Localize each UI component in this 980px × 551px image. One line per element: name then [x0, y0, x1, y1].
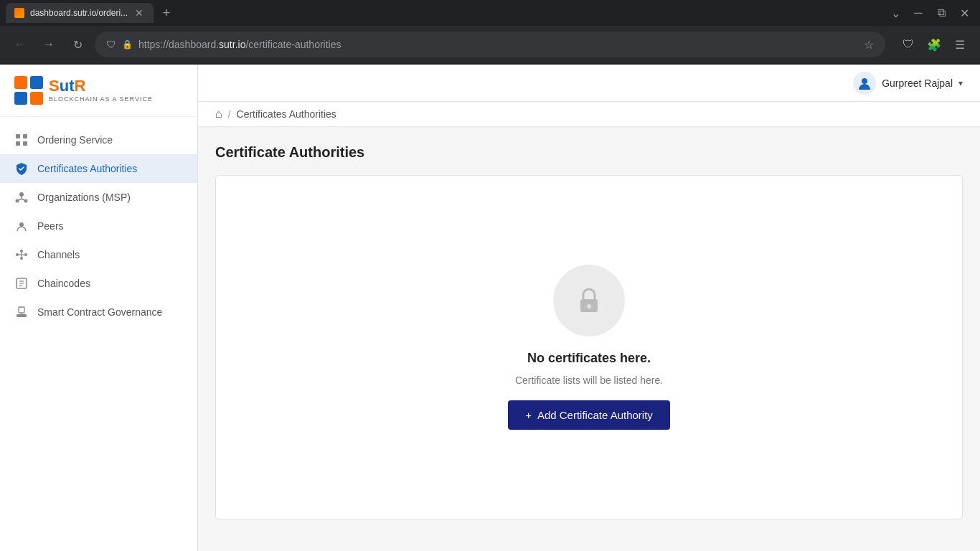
peers-icon [14, 219, 29, 233]
tab-favicon [14, 8, 24, 18]
firefox-shield-icon[interactable]: 🛡 [897, 33, 920, 56]
svg-point-16 [20, 250, 23, 253]
tab-title: dashboard.sutr.io/orderi... [30, 8, 128, 18]
sidebar-item-channels-label: Channels [37, 249, 80, 260]
page-title: Certificate Authorities [215, 144, 963, 161]
svg-point-18 [20, 257, 23, 260]
sidebar-item-chaincodes[interactable]: Chaincodes [0, 269, 197, 298]
svg-rect-3 [30, 92, 43, 105]
plus-icon: + [525, 409, 532, 421]
add-certificate-authority-button[interactable]: + Add Certificate Authority [508, 400, 670, 430]
add-button-label: Add Certificate Authority [537, 409, 653, 421]
svg-rect-0 [14, 76, 27, 89]
breadcrumb: ⌂ / Certificates Authorities [198, 102, 980, 127]
sidebar-item-organizations[interactable]: Organizations (MSP) [0, 183, 197, 212]
main-content: Gurpreet Rajpal ▾ ⌂ / Certificates Autho… [198, 65, 980, 551]
sidebar-item-chaincodes-label: Chaincodes [37, 278, 90, 289]
sutr-logo-icon [14, 76, 43, 105]
governance-icon [14, 305, 29, 319]
empty-icon-circle [553, 265, 625, 336]
logo-text: SutR BLOCKCHAIN AS A SERVICE [49, 78, 153, 103]
breadcrumb-current-page: Certificates Authorities [237, 108, 336, 120]
top-bar: Gurpreet Rajpal ▾ [198, 65, 980, 102]
empty-state-subtitle: Certificate lists will be listed here. [515, 375, 663, 386]
logo-subtitle: BLOCKCHAIN AS A SERVICE [49, 95, 153, 103]
back-button[interactable]: ← [9, 33, 32, 56]
page-content: Certificate Authorities No certificates … [198, 127, 980, 551]
svg-rect-2 [14, 92, 27, 105]
extensions-icon[interactable]: 🧩 [923, 33, 946, 56]
new-tab-button[interactable]: + [156, 3, 176, 23]
sidebar-item-peers-label: Peers [37, 220, 64, 232]
avatar [853, 72, 876, 95]
content-card: No certificates here. Certificate lists … [215, 175, 963, 519]
svg-point-28 [862, 78, 867, 84]
svg-point-17 [24, 253, 27, 256]
svg-rect-5 [23, 134, 27, 138]
sidebar-item-certificates-label: Certificates Authorities [37, 163, 137, 174]
sidebar-item-ordering-service[interactable]: Ordering Service [0, 126, 197, 154]
breadcrumb-separator: / [228, 108, 231, 120]
svg-rect-6 [16, 141, 20, 146]
svg-rect-26 [19, 307, 24, 313]
window-controls: ⌄ ─ ⧉ ✕ [885, 3, 974, 23]
org-icon [14, 190, 29, 204]
tab-close-button[interactable]: ✕ [133, 7, 145, 19]
sidebar-item-ordering-service-label: Ordering Service [37, 134, 113, 146]
svg-point-30 [587, 304, 591, 309]
chevron-down-icon[interactable]: ⌄ [885, 3, 905, 23]
sidebar-item-certificates-authorities[interactable]: Certificates Authorities [0, 154, 197, 183]
sidebar-item-organizations-label: Organizations (MSP) [37, 192, 131, 203]
close-button[interactable]: ✕ [954, 3, 974, 23]
sidebar: SutR BLOCKCHAIN AS A SERVICE Ordering Se… [0, 65, 198, 551]
shield-icon: 🛡 [106, 39, 116, 50]
shield-checkmark-icon [14, 161, 29, 176]
logo-name: SutR [49, 78, 153, 94]
reload-button[interactable]: ↻ [66, 33, 89, 56]
sidebar-item-peers[interactable]: Peers [0, 212, 197, 240]
empty-state: No certificates here. Certificate lists … [479, 222, 699, 473]
home-icon[interactable]: ⌂ [215, 108, 222, 121]
sidebar-item-smart-contract-governance[interactable]: Smart Contract Governance [0, 298, 197, 326]
menu-button[interactable]: ☰ [948, 33, 971, 56]
chevron-down-icon: ▾ [958, 78, 963, 88]
bookmark-icon[interactable]: ☆ [864, 38, 874, 52]
sidebar-logo: SutR BLOCKCHAIN AS A SERVICE [0, 65, 197, 117]
svg-rect-7 [23, 141, 27, 146]
minimize-button[interactable]: ─ [908, 3, 928, 23]
url-path: /certificate-authorities [245, 39, 341, 50]
url-prefix: https://dashboard. [138, 39, 219, 50]
url-display: https://dashboard.sutr.io/certificate-au… [138, 39, 858, 50]
forward-button[interactable]: → [37, 33, 60, 56]
browser-tab[interactable]: dashboard.sutr.io/orderi... ✕ [6, 3, 154, 23]
svg-point-8 [19, 192, 24, 197]
restore-button[interactable]: ⧉ [931, 3, 951, 23]
sidebar-item-channels[interactable]: Channels [0, 240, 197, 269]
svg-rect-25 [17, 314, 27, 317]
sidebar-item-governance-label: Smart Contract Governance [37, 306, 162, 318]
lock-icon [572, 283, 606, 318]
user-name: Gurpreet Rajpal [882, 77, 953, 89]
grid-icon [14, 133, 29, 147]
channels-icon [14, 248, 29, 262]
chaincodes-icon [14, 276, 29, 291]
svg-point-14 [19, 222, 24, 227]
svg-rect-4 [16, 134, 20, 138]
user-profile[interactable]: Gurpreet Rajpal ▾ [853, 72, 963, 95]
address-bar[interactable]: 🛡 🔒 https://dashboard.sutr.io/certificat… [95, 32, 885, 57]
svg-point-15 [16, 253, 19, 256]
svg-rect-1 [30, 76, 43, 89]
url-domain: sutr.io [219, 39, 245, 50]
sidebar-navigation: Ordering Service Certificates Authoritie… [0, 117, 197, 551]
empty-state-title: No certificates here. [527, 351, 651, 366]
lock-icon: 🔒 [122, 39, 133, 50]
